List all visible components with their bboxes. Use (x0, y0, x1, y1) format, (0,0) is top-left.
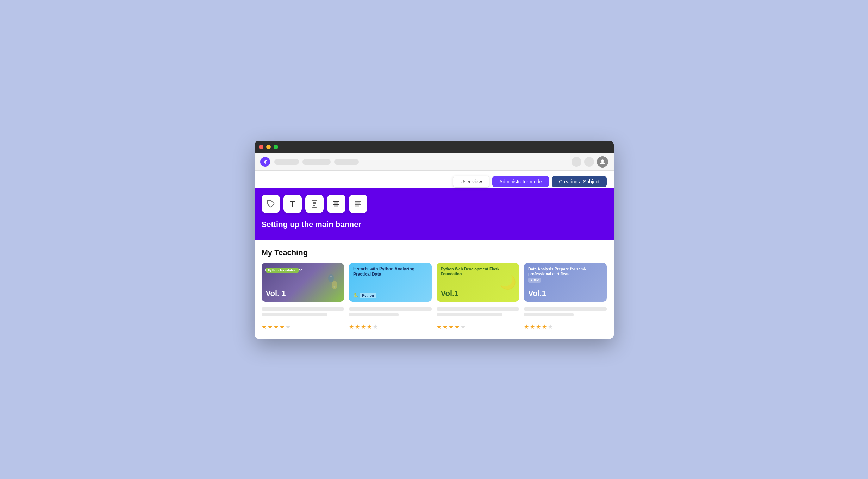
page-content: User view Administrator mode Creating a … (255, 171, 614, 339)
star: ★ (262, 323, 267, 330)
nav-pill-2[interactable] (302, 159, 331, 165)
action-btn-1[interactable] (572, 157, 581, 167)
star: ★ (455, 323, 460, 330)
minimize-button[interactable] (266, 145, 271, 149)
skeleton-col-1 (262, 307, 344, 316)
action-btn-2[interactable] (584, 157, 594, 167)
document-tool-button[interactable] (305, 195, 324, 213)
star: ★ (536, 323, 541, 330)
creating-subject-button[interactable]: Creating a Subject (552, 176, 606, 187)
card-1-tag: Python Foundation (266, 268, 299, 273)
skeleton-line (524, 313, 574, 316)
card-4-stars: ★ ★ ★ ★ ★ (524, 323, 607, 330)
card-2-stars: ★ ★ ★ ★ ★ (349, 323, 432, 330)
star: ★ (361, 323, 366, 330)
card-3-title: Python Web Development Flask Foundation (441, 266, 515, 277)
card-2-content: It starts with Python Analyzing Practica… (349, 263, 432, 302)
skeleton-line (349, 307, 432, 311)
nav-pill-1[interactable] (274, 159, 299, 165)
nav-pill-3[interactable] (334, 159, 359, 165)
avatar[interactable] (597, 156, 608, 168)
skeleton-line (524, 307, 607, 311)
stars-row: ★ ★ ★ ★ ★ ★ ★ ★ ★ ★ ★ ★ ★ ★ (262, 323, 607, 330)
align-left-tool-button[interactable] (349, 195, 367, 213)
user-view-button[interactable]: User view (453, 176, 489, 188)
skeleton-line (262, 307, 344, 311)
star: ★ (355, 323, 360, 330)
text-tool-button[interactable] (283, 195, 302, 213)
view-switcher-bar: User view Administrator mode Creating a … (255, 171, 614, 188)
star-empty: ★ (286, 323, 291, 330)
card-2-title: It starts with Python Analyzing Practica… (353, 266, 427, 277)
skeleton-line (437, 307, 519, 311)
star: ★ (542, 323, 547, 330)
course-card-3[interactable]: Python Web Development Flask Foundation … (437, 263, 519, 302)
skeleton-col-4 (524, 307, 607, 316)
skeleton-rows (262, 307, 607, 316)
nav-pills (274, 159, 567, 165)
card-1-stars: ★ ★ ★ ★ ★ (262, 323, 344, 330)
card-3-stars: ★ ★ ★ ★ ★ (437, 323, 519, 330)
card-4-content: Data Analysis Prepare for semi-professio… (524, 263, 607, 302)
skeleton-line (349, 313, 399, 316)
star: ★ (268, 323, 273, 330)
banner-title: Setting up the main banner (262, 220, 607, 229)
main-banner: Setting up the main banner (255, 188, 614, 240)
banner-toolbar (262, 195, 607, 213)
star: ★ (274, 323, 279, 330)
skeleton-line (262, 313, 328, 316)
app-logo: ✳ (260, 157, 270, 167)
course-card-2[interactable]: It starts with Python Analyzing Practica… (349, 263, 432, 302)
card-4-tag: ADsP (528, 278, 541, 283)
section-title: My Teaching (262, 248, 607, 257)
star: ★ (349, 323, 354, 330)
star: ★ (280, 323, 285, 330)
close-button[interactable] (259, 145, 263, 149)
card-4-title: Data Analysis Prepare for semi-professio… (528, 266, 602, 277)
skeleton-col-2 (349, 307, 432, 316)
cards-grid: Python Foundation Vol. 1 (262, 263, 607, 302)
align-center-tool-button[interactable] (327, 195, 345, 213)
admin-mode-button[interactable]: Administrator mode (492, 176, 549, 187)
app-window: ✳ User view Administrator mode Creating (255, 141, 614, 339)
star-empty: ★ (461, 323, 466, 330)
star: ★ (524, 323, 529, 330)
skeleton-col-3 (437, 307, 519, 316)
titlebar (255, 141, 614, 153)
star-empty: ★ (548, 323, 553, 330)
star-empty: ★ (373, 323, 378, 330)
card-2-badge-row: 🐍 Python (353, 293, 427, 298)
course-card-1[interactable]: Python Foundation Vol. 1 (262, 263, 344, 302)
card-3-content: Python Web Development Flask Foundation … (437, 263, 519, 302)
main-content: My Teaching Python Foundation Vol. 1 (255, 240, 614, 339)
svg-point-0 (601, 159, 604, 162)
star: ★ (437, 323, 442, 330)
card-1-content: Python Foundation Vol. 1 (262, 263, 344, 302)
course-card-4[interactable]: Data Analysis Prepare for semi-professio… (524, 263, 607, 302)
browser-actions (572, 156, 608, 168)
browser-chrome: ✳ (255, 153, 614, 171)
maximize-button[interactable] (274, 145, 278, 149)
star: ★ (530, 323, 535, 330)
card-3-vol: Vol.1 (441, 289, 515, 298)
star: ★ (443, 323, 448, 330)
star: ★ (449, 323, 454, 330)
card-2-tag: Python (360, 293, 376, 298)
tag-tool-button[interactable] (262, 195, 280, 213)
skeleton-line (437, 313, 503, 316)
star: ★ (367, 323, 372, 330)
card-4-vol: Vol.1 (528, 289, 602, 298)
card-1-vol: Vol. 1 (266, 289, 340, 298)
